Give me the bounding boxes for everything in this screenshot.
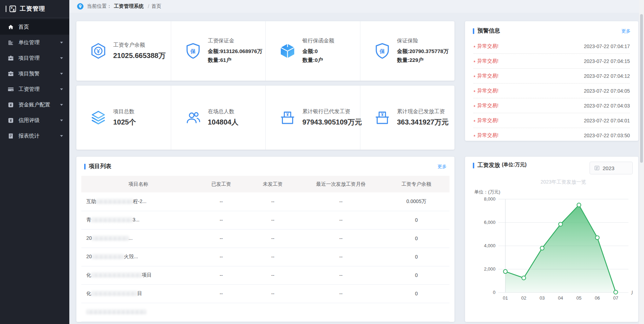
data-point[interactable] [522, 276, 526, 280]
credit-card-icon [8, 86, 14, 92]
stat-card-label: 项目总数 [113, 108, 136, 115]
data-point[interactable] [614, 290, 618, 294]
project-name-redacted: 口口口口口口口口 [92, 235, 129, 241]
stat-card: 保保证保险金额:20790.375778万数量:229户 [360, 21, 455, 81]
sidebar-item-label: 项目预警 [18, 70, 58, 77]
briefcase-icon [8, 55, 14, 61]
sidebar: ¥ 工资管理 首页单位管理项目管理项目预警工资管理资金账户配置信用评级报表统计 [0, 0, 69, 324]
alert-panel-header: 预警信息 更多 [465, 21, 638, 39]
data-point[interactable] [559, 222, 563, 226]
stat-card: 在场总人数104804人 [171, 86, 266, 150]
project-name-redacted: 口口口口口口口口口口口 [91, 272, 142, 278]
project-name-cell: 青口口口口口口口口口3... [81, 211, 196, 229]
sidebar-item-信用评级[interactable]: 信用评级 [0, 112, 69, 128]
data-point[interactable] [504, 270, 507, 273]
paid-salary-cell: -- [196, 284, 247, 303]
stat-card-value: 金额:913126.068976万 [208, 47, 262, 56]
chevron-down-icon [60, 42, 63, 44]
alert-item[interactable]: *异常交易!2023-07-22 07:04:05 [474, 83, 630, 98]
project-list-header: 项目列表 更多 [76, 157, 454, 174]
x-tick-label: 05 [576, 295, 581, 301]
sidebar-item-项目预警[interactable]: 项目预警 [0, 66, 69, 81]
data-point[interactable] [596, 236, 599, 239]
asterisk-icon: * [474, 74, 475, 80]
alert-item[interactable]: *异常交易!2023-07-22 07:04:03 [474, 98, 630, 113]
stat-card-text: 在场总人数104804人 [208, 108, 239, 127]
sidebar-item-报表统计[interactable]: 报表统计 [0, 128, 69, 144]
project-name-visible: 化 [86, 272, 91, 278]
calendar-list-icon [594, 165, 600, 171]
account-balance-cell: 0.0005万 [383, 192, 449, 211]
account-balance-cell: 0 [383, 211, 449, 229]
table-row[interactable]: 口口口口口口口口口口口口口 [81, 303, 449, 321]
alert-text: 异常交易! [477, 103, 498, 109]
dashboard-content: 工资专户余额21025.665388万保工资保证金金额:913126.06897… [69, 13, 644, 322]
stat-card-label: 累计现金已发放工资 [397, 108, 449, 115]
stat-card-value: 21025.665388万 [113, 51, 166, 60]
account-balance-cell [383, 303, 449, 321]
stat-card-value: 1025个 [113, 117, 136, 127]
table-row[interactable]: 化口口口口口口口口口口目------0 [81, 284, 449, 303]
sidebar-item-首页[interactable]: 首页 [0, 19, 69, 35]
scrollbar-thumb[interactable] [640, 14, 643, 163]
alert-text: 异常交易! [477, 58, 498, 64]
y-tick-label: 2,000 [484, 266, 495, 272]
project-name-visible: ... [129, 235, 133, 241]
project-table-body: 互助口口口口口口口口程-2...------0.0005万青口口口口口口口口口3… [81, 192, 449, 321]
stats-row-1: 工资专户余额21025.665388万保工资保证金金额:913126.06897… [76, 21, 454, 81]
last-pay-month-cell: -- [298, 266, 383, 284]
alert-text: 异常交易! [477, 43, 498, 50]
stat-card-label: 银行保函金额 [302, 37, 334, 44]
breadcrumb-current[interactable]: 首页 [151, 3, 161, 10]
last-pay-month-cell: -- [298, 248, 383, 266]
alert-item[interactable]: *异常交易!2023-07-22 07:04:01 [474, 113, 630, 128]
unpaid-salary-cell: -- [247, 229, 298, 248]
salary-line-chart: 2023年工资发放一览单位：(万元)02,0004,0006,0008,0000… [465, 174, 638, 305]
alert-item[interactable]: *异常交易!2023-07-22 07:04:17 [474, 39, 630, 54]
stat-card: 保工资保证金金额:913126.068976万数量:61户 [171, 21, 266, 81]
project-list-more-link[interactable]: 更多 [437, 163, 447, 170]
y-tick-label: 6,000 [484, 220, 495, 225]
table-row[interactable]: 互助口口口口口口口口程-2...------0.0005万 [81, 192, 449, 211]
table-row[interactable]: 20口口口口口口口口...------0 [81, 229, 449, 248]
sidebar-item-工资管理[interactable]: 工资管理 [0, 81, 69, 97]
stat-card-text: 保证保险金额:20790.375778万数量:229户 [397, 37, 449, 64]
location-pin-icon [77, 3, 83, 10]
project-name-visible: 20 [86, 254, 92, 259]
alert-timestamp: 2023-07-22 07:03:50 [584, 133, 630, 138]
yuan-box-icon [8, 117, 14, 123]
alerts-more-link[interactable]: 更多 [621, 28, 631, 34]
stat-card-label: 累计银行已代发工资 [302, 108, 360, 115]
x-axis-label: 月份 [631, 290, 633, 295]
briefcase-icon [8, 71, 14, 77]
alert-item[interactable]: *异常交易!2023-07-22 07:03:50 [474, 128, 630, 141]
year-select[interactable]: 2023 [590, 162, 633, 174]
last-pay-month-cell: -- [298, 211, 383, 229]
stat-card: ¥累计银行已代发工资97943.905109万元 [266, 86, 360, 150]
alert-panel: 预警信息 更多 *异常交易!2023-07-22 07:04:17*异常交易!2… [465, 21, 638, 141]
table-row[interactable]: 青口口口口口口口口口3...------0 [81, 211, 449, 229]
asterisk-icon: * [474, 119, 475, 125]
alert-item[interactable]: *异常交易!2023-07-22 07:04:12 [474, 69, 630, 83]
breadcrumb-root[interactable]: 工资管理系统 [114, 3, 144, 10]
alert-item[interactable]: *异常交易!2023-07-22 07:04:15 [474, 54, 630, 69]
data-point[interactable] [540, 246, 544, 250]
chevron-down-icon [60, 135, 63, 137]
alert-text: 异常交易! [477, 88, 498, 94]
project-name-redacted: 口口口口口口口口口口口口口 [86, 309, 146, 314]
sidebar-item-资金账户配置[interactable]: 资金账户配置 [0, 97, 69, 112]
x-tick-label: 03 [540, 295, 545, 301]
table-row[interactable]: 20口口口口口口口火毁...------0 [81, 248, 449, 266]
stat-card-text: 工资保证金金额:913126.068976万数量:61户 [208, 37, 262, 64]
hexagon-yuan-icon [90, 42, 107, 59]
last-pay-month-cell: -- [298, 284, 383, 303]
title-accent-bar [473, 28, 474, 34]
salary-chart-panel: 工资发放 (单位:万元) 2023 2023年工资发放一览单位：(万元)02,0… [465, 157, 638, 322]
project-name-cell: 20口口口口口口口口... [81, 229, 196, 248]
sidebar-item-项目管理[interactable]: 项目管理 [0, 50, 69, 66]
alert-timestamp: 2023-07-22 07:04:03 [584, 103, 630, 109]
project-name-cell: 化口口口口口口口口口口目 [81, 284, 196, 303]
data-point[interactable] [577, 203, 581, 207]
sidebar-item-单位管理[interactable]: 单位管理 [0, 35, 69, 50]
table-row[interactable]: 化口口口口口口口口口口口项目------0 [81, 266, 449, 284]
